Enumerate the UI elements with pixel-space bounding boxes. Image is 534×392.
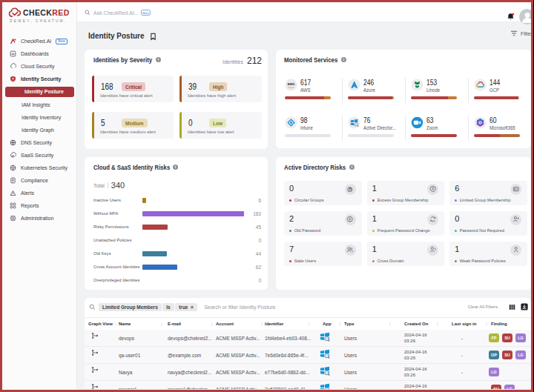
svg-text:aws: aws (288, 82, 295, 86)
